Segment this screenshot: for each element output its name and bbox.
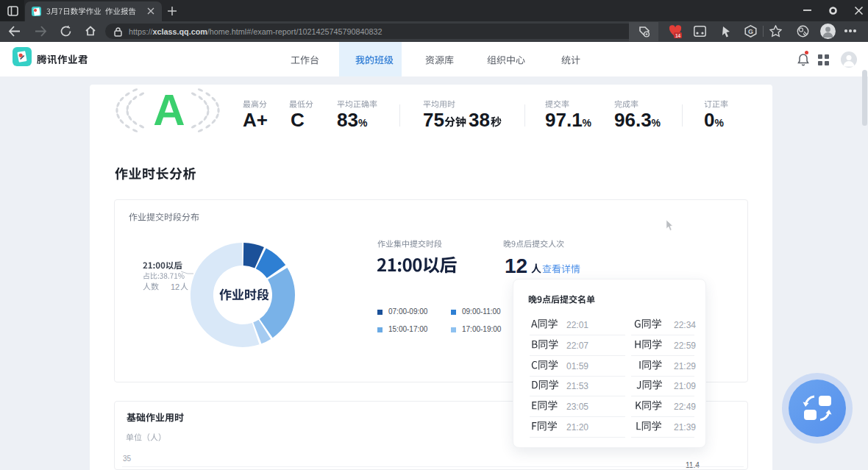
svg-text:14: 14	[675, 33, 681, 38]
svg-text:G: G	[748, 28, 753, 35]
